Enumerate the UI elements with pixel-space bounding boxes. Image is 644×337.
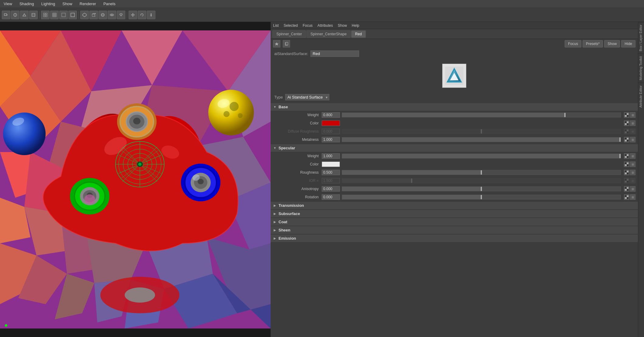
section-specular-header[interactable]: ▼ Specular <box>271 144 638 152</box>
attr-specular-roughness-map[interactable] <box>624 170 629 175</box>
side-tab-box-layer[interactable]: Box / Layer Editor <box>638 22 644 54</box>
toolbar-light-btn[interactable] <box>117 11 125 19</box>
side-tab-attr-editor[interactable]: Attribute Editor <box>638 83 644 110</box>
menu-renderer[interactable]: Renderer <box>78 1 97 7</box>
material-icon-area <box>271 59 638 93</box>
toolbar-poly-btn[interactable] <box>80 11 89 19</box>
attr-menu-selected[interactable]: Selected <box>284 23 298 28</box>
attr-base-weight-slider[interactable] <box>342 113 621 117</box>
section-sheen-header[interactable]: ▶ Sheen <box>271 226 638 234</box>
attr-specular-weight-map[interactable] <box>624 153 629 159</box>
section-emission-header[interactable]: ▶ Emission <box>271 234 638 242</box>
attr-anisotropy-map[interactable] <box>624 186 629 192</box>
toolbar-sphere-btn[interactable] <box>99 11 107 19</box>
svg-marker-37 <box>132 16 133 17</box>
pin-button[interactable] <box>273 40 280 47</box>
toolbar-torus-btn[interactable] <box>108 11 116 19</box>
attr-anisotropy-input[interactable] <box>322 186 340 192</box>
toolbar-wire-btn[interactable] <box>68 11 77 19</box>
tab-red[interactable]: Red <box>351 30 366 38</box>
attr-specular-roughness: Roughness ⊞ <box>271 168 638 177</box>
attr-base-color-swatch[interactable] <box>322 120 340 126</box>
toolbar-display-btn[interactable] <box>50 11 59 19</box>
viewport[interactable] <box>0 22 271 337</box>
attr-base-weight-input[interactable] <box>322 112 340 118</box>
ai-name-input[interactable] <box>310 50 359 57</box>
toolbar-btn-1[interactable] <box>2 11 10 19</box>
attr-specular-color-link[interactable]: ⊞ <box>630 162 635 167</box>
attr-specular-roughness-input[interactable] <box>322 170 340 175</box>
toolbar-rotate-btn[interactable] <box>138 11 146 19</box>
attr-metalness-slider[interactable] <box>342 137 621 142</box>
section-coat-header[interactable]: ▶ Coat <box>271 218 638 226</box>
attr-base-weight: Weight ⊞ <box>271 111 638 119</box>
type-select[interactable]: Ai Standard Surface <box>285 94 329 100</box>
toolbar-scale-btn[interactable] <box>147 11 155 19</box>
attr-diffuse-roughness-link: ⊞ <box>630 129 635 134</box>
attr-menu-show[interactable]: Show <box>338 23 347 28</box>
attr-base-color-link[interactable]: ⊞ <box>630 120 635 126</box>
attr-rotation-link[interactable]: ⊞ <box>630 194 635 200</box>
menu-panels[interactable]: Panels <box>102 1 117 7</box>
attr-base-weight-map[interactable] <box>624 112 629 118</box>
svg-marker-40 <box>140 15 141 16</box>
section-transmission-header[interactable]: ▶ Transmission <box>271 201 638 210</box>
attr-metalness-input[interactable] <box>322 137 340 142</box>
toolbar-grid-btn[interactable] <box>41 11 50 19</box>
attr-menu-list[interactable]: List <box>273 23 279 28</box>
attr-specular-color-map[interactable] <box>624 162 629 167</box>
attr-diffuse-roughness-slider <box>342 129 621 134</box>
toolbar-separator-2 <box>78 11 79 19</box>
focus-button[interactable]: Focus <box>565 40 581 47</box>
section-base-header[interactable]: ▼ Base <box>271 103 638 111</box>
presets-button[interactable]: Presets* <box>583 40 603 47</box>
toolbar-btn-2[interactable] <box>11 11 19 19</box>
tab-spinner-center[interactable]: Spinner_Center <box>272 30 306 38</box>
attr-specular-weight-input[interactable] <box>322 153 340 159</box>
show-button[interactable]: Show <box>604 40 620 47</box>
attr-rotation-slider[interactable] <box>342 195 621 200</box>
attr-anisotropy-label: Anisotropy <box>273 187 322 191</box>
copy-tab-button[interactable] <box>283 40 290 47</box>
attr-specular-color-swatch[interactable] <box>322 162 340 167</box>
menu-view[interactable]: View <box>2 1 13 7</box>
svg-point-26 <box>120 14 122 16</box>
attr-anisotropy-slider[interactable] <box>342 186 621 191</box>
attr-base-color-map[interactable] <box>624 120 629 126</box>
svg-rect-9 <box>46 15 47 17</box>
attr-ior-slider <box>342 178 621 183</box>
attr-rotation-input[interactable] <box>322 194 340 200</box>
attr-menu-attributes[interactable]: Attributes <box>317 23 333 28</box>
attr-specular-weight-slider[interactable] <box>342 154 621 158</box>
toolbar-btn-4[interactable] <box>29 11 38 19</box>
attr-menu-focus[interactable]: Focus <box>303 23 313 28</box>
attr-anisotropy-link[interactable]: ⊞ <box>630 186 635 192</box>
attr-rotation-map[interactable] <box>624 194 629 200</box>
section-transmission-arrow: ▶ <box>273 204 277 207</box>
attr-specular-weight: Weight ⊞ <box>271 152 638 160</box>
attr-specular-roughness-link[interactable]: ⊞ <box>630 170 635 175</box>
hide-button[interactable]: Hide <box>621 40 635 47</box>
svg-marker-1 <box>7 14 8 16</box>
toolbar-move-btn[interactable] <box>129 11 137 19</box>
side-tab-modeling[interactable]: Modeling Toolkit <box>638 54 644 83</box>
attr-menu-help[interactable]: Help <box>352 23 359 28</box>
attr-scroll-area[interactable]: Type Ai Standard Surface ▼ Base Weight <box>271 59 638 337</box>
tab-spinner-center-shape[interactable]: Spinner_CenterShape <box>306 30 351 38</box>
attr-metalness-map[interactable] <box>624 137 629 142</box>
svg-point-111 <box>138 163 141 166</box>
attr-base-weight-label: Weight <box>273 113 322 117</box>
section-subsurface-header[interactable]: ▶ Subsurface <box>271 210 638 218</box>
toolbar-cube-btn[interactable] <box>89 11 98 19</box>
menu-show[interactable]: Show <box>61 1 74 7</box>
menu-lighting[interactable]: Lighting <box>40 1 57 7</box>
attr-specular-weight-link[interactable]: ⊞ <box>630 153 635 159</box>
toolbar <box>0 8 644 22</box>
menu-shading[interactable]: Shading <box>18 1 35 7</box>
attr-specular-roughness-slider[interactable] <box>342 170 621 175</box>
attr-specular-roughness-label: Roughness <box>273 170 322 175</box>
attr-base-weight-link[interactable]: ⊞ <box>630 112 635 118</box>
toolbar-shading-btn[interactable] <box>59 11 68 19</box>
toolbar-btn-3[interactable] <box>20 11 29 19</box>
attr-metalness-link[interactable]: ⊞ <box>630 137 635 142</box>
